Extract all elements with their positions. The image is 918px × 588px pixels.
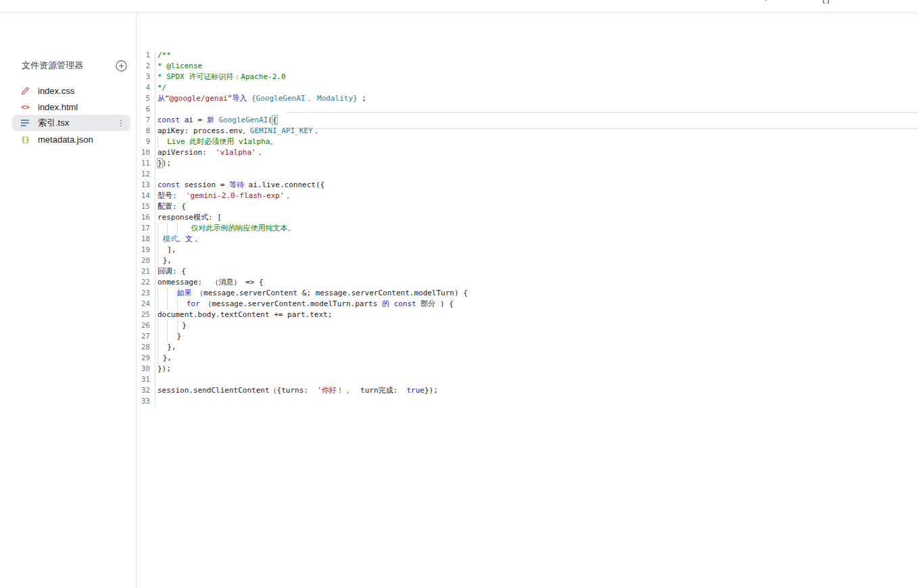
clipped-top-toolbar: ⅰ {} bbox=[0, 0, 918, 13]
line-number: 10 bbox=[137, 147, 155, 158]
code-line-text: 型号: 'gemini-2.0-flash-exp'， bbox=[155, 191, 292, 201]
code-line: 25document.body.textContent += part.text… bbox=[137, 310, 918, 320]
code-line: 16response模式: [ bbox=[137, 212, 918, 223]
code-line: 11}); bbox=[137, 158, 918, 169]
code-line-text: }, bbox=[155, 255, 172, 266]
sidebar-item-index.css[interactable]: index.css⋮ bbox=[12, 82, 130, 99]
code-line-text: 配置: { bbox=[155, 201, 186, 212]
code-icon: <> bbox=[20, 102, 30, 112]
line-number: 5 bbox=[137, 93, 155, 104]
code-line: 4*/ bbox=[137, 82, 918, 93]
line-number: 19 bbox=[137, 245, 155, 255]
code-line: 23 如果 （message.serverContent &; message.… bbox=[137, 288, 918, 299]
sidebar-item-index.html[interactable]: <>index.html⋮ bbox=[12, 99, 130, 115]
code-line-text: 仅对此示例的响应使用纯文本。 bbox=[155, 223, 295, 234]
file-explorer-header: 文件资源管理器 bbox=[0, 59, 136, 72]
code-line: 13const session = 等待 ai.live.connect({ bbox=[137, 180, 918, 191]
line-number: 8 bbox=[137, 126, 155, 137]
line-number: 3 bbox=[137, 72, 155, 82]
code-line-text: const session = 等待 ai.live.connect({ bbox=[155, 180, 324, 191]
code-line: 22onmessage: （消息） => { bbox=[137, 277, 918, 288]
sidebar-item-metadata.json[interactable]: {}metadata.json⋮ bbox=[12, 131, 130, 147]
code-line-text: const ai = 新 GoogleGenAI({ bbox=[155, 115, 277, 126]
code-line-text bbox=[155, 169, 158, 180]
line-number: 6 bbox=[137, 104, 155, 115]
code-line: 8apiKey: process.env。GEMINI_API_KEY， bbox=[137, 126, 918, 137]
code-line-text bbox=[155, 374, 158, 385]
code-line: 3* SPDX 许可证标识符：Apache-2.0 bbox=[137, 72, 918, 82]
code-line: 6 bbox=[137, 104, 918, 115]
code-line-text: 回调: { bbox=[155, 266, 186, 277]
code-line-text: /** bbox=[155, 50, 171, 61]
code-line-text: document.body.textContent += part.text; bbox=[155, 310, 332, 320]
code-line-text bbox=[155, 396, 158, 407]
code-line: 20 }, bbox=[137, 255, 918, 266]
code-line: 14型号: 'gemini-2.0-flash-exp'， bbox=[137, 191, 918, 201]
code-line-text: }); bbox=[155, 364, 171, 374]
line-number: 33 bbox=[137, 396, 155, 407]
code-line: 10apiVersion: 'v1alpha'， bbox=[137, 147, 918, 158]
line-number: 26 bbox=[137, 320, 155, 331]
line-number: 17 bbox=[137, 223, 155, 234]
line-number: 27 bbox=[137, 331, 155, 342]
code-content[interactable]: 1/**2* @license3* SPDX 许可证标识符：Apache-2.0… bbox=[137, 50, 918, 407]
code-line-text: } bbox=[155, 320, 187, 331]
line-number: 15 bbox=[137, 201, 155, 212]
code-line: 15配置: { bbox=[137, 201, 918, 212]
code-line: 2* @license bbox=[137, 61, 918, 72]
code-line-text: 如果 （message.serverContent &; message.ser… bbox=[155, 288, 468, 299]
sidebar-item-索引.tsx[interactable]: 索引.tsx⋮ bbox=[12, 115, 130, 131]
line-number: 18 bbox=[137, 234, 155, 245]
code-line-text: */ bbox=[155, 82, 166, 93]
code-line-text: apiKey: process.env。GEMINI_API_KEY， bbox=[155, 126, 320, 137]
code-line-text: 从“@google/genai”导入 {GoogleGenAI， Modalit… bbox=[155, 93, 366, 104]
clipped-code-icon: {} bbox=[822, 0, 840, 4]
add-file-button[interactable] bbox=[116, 60, 127, 72]
braces-icon: {} bbox=[20, 134, 30, 145]
code-line-text: }); bbox=[155, 158, 171, 169]
line-number: 29 bbox=[137, 353, 155, 364]
code-line: 24 for （message.serverContent.modelTurn.… bbox=[137, 299, 918, 310]
code-line-text: }, bbox=[155, 342, 176, 353]
code-line-text: onmessage: （消息） => { bbox=[155, 277, 264, 288]
line-number: 21 bbox=[137, 266, 155, 277]
file-list: index.css⋮<>index.html⋮索引.tsx⋮{}metadata… bbox=[0, 82, 136, 147]
clipped-toolbar-icon: ⅰ bbox=[763, 0, 773, 3]
code-editor[interactable]: 1/**2* @license3* SPDX 许可证标识符：Apache-2.0… bbox=[137, 13, 918, 588]
line-number: 14 bbox=[137, 191, 155, 201]
file-name: index.css bbox=[38, 86, 125, 96]
code-line: 17 仅对此示例的响应使用纯文本。 bbox=[137, 223, 918, 234]
code-line: 1/** bbox=[137, 50, 918, 61]
code-line: 5从“@google/genai”导入 {GoogleGenAI， Modali… bbox=[137, 93, 918, 104]
file-explorer-sidebar: 文件资源管理器 index.css⋮<>index.html⋮索引.tsx⋮{}… bbox=[0, 13, 137, 588]
code-line: 28 }, bbox=[137, 342, 918, 353]
code-line: 26 } bbox=[137, 320, 918, 331]
code-line-text bbox=[155, 104, 158, 115]
line-number: 4 bbox=[137, 82, 155, 93]
file-name: 索引.tsx bbox=[38, 117, 110, 129]
code-line: 32session.sendClientContent（{turns: '你好！… bbox=[137, 385, 918, 396]
line-number: 30 bbox=[137, 364, 155, 374]
line-number: 9 bbox=[137, 137, 155, 147]
code-line-text: } bbox=[155, 331, 181, 342]
file-name: index.html bbox=[38, 102, 125, 112]
line-number: 12 bbox=[137, 169, 155, 180]
code-line-text: session.sendClientContent（{turns: '你好！， … bbox=[155, 385, 438, 396]
file-explorer-title: 文件资源管理器 bbox=[22, 59, 83, 72]
line-number: 23 bbox=[137, 288, 155, 299]
line-number: 31 bbox=[137, 374, 155, 385]
code-line-text: for （message.serverContent.modelTurn.par… bbox=[155, 299, 454, 310]
line-number: 32 bbox=[137, 385, 155, 396]
file-options-kebab-icon[interactable]: ⋮ bbox=[117, 119, 125, 127]
code-line: 30}); bbox=[137, 364, 918, 374]
line-number: 2 bbox=[137, 61, 155, 72]
line-number: 13 bbox=[137, 180, 155, 191]
code-line-text: }, bbox=[155, 353, 172, 364]
code-line-text: Live 此时必须使用 v1alpha。 bbox=[155, 137, 277, 147]
code-line: 21回调: { bbox=[137, 266, 918, 277]
code-line: 33 bbox=[137, 396, 918, 407]
line-number: 11 bbox=[137, 158, 155, 169]
line-number: 25 bbox=[137, 310, 155, 320]
line-number: 20 bbox=[137, 255, 155, 266]
code-line-text: 模式。文， bbox=[155, 234, 200, 245]
